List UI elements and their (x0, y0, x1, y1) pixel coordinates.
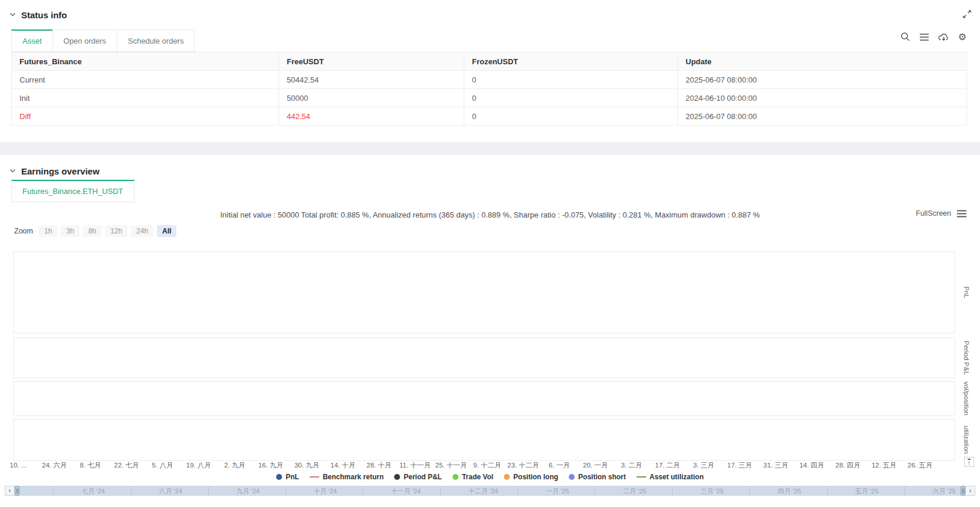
legend-marker (394, 474, 400, 480)
navigator-gridline (517, 486, 518, 496)
tab-schedule-orders[interactable]: Schedule orders (117, 29, 195, 52)
x-axis-label: 31. 三月 (763, 462, 788, 469)
col-futures-binance: Futures_Binance (12, 52, 279, 71)
current-update: 2025-06-07 08:00:00 (678, 71, 967, 89)
legend-label: Position long (513, 473, 558, 481)
navigator-month-label: 二月 '25 (623, 487, 646, 496)
legend-item-position-long[interactable]: Position long (504, 473, 558, 481)
x-axis-label: 14. 十月 (330, 462, 355, 469)
tab-futures-binance-eth-usdt[interactable]: Futures_Binance.ETH_USDT (11, 180, 135, 202)
zoom-3h-button[interactable]: 3h (61, 225, 79, 237)
list-menu-icon[interactable] (919, 33, 929, 41)
zoom-12h-button[interactable]: 12h (105, 225, 127, 237)
expand-icon[interactable] (962, 9, 972, 21)
init-update: 2024-06-10 00:00:00 (678, 89, 967, 107)
zoom-24h-button[interactable]: 24h (131, 225, 153, 237)
legend-item-asset-utilization[interactable]: Asset utilization (637, 473, 704, 481)
navigator-month-label: 四月 '25 (778, 487, 801, 496)
navigator-left-arrow[interactable]: ‹ (5, 486, 15, 496)
legend-label: Trade Vol (462, 473, 493, 481)
diff-update: 2025-06-07 08:00:00 (678, 107, 967, 126)
legend-label: Benchmark return (323, 473, 384, 481)
init-label: Init (12, 89, 279, 107)
navigator-gridline (208, 486, 209, 496)
status-section-title: Status info (21, 10, 67, 20)
x-axis-label: 30. 九月 (294, 462, 319, 469)
navigator-track[interactable]: 七月 '24八月 '24九月 '24十月 '24十一月 '24十二月 '24一月… (19, 486, 961, 496)
legend-label: Period P&L (404, 473, 442, 481)
period-pnl-panel-border (14, 338, 955, 378)
zoom-label: Zoom (14, 227, 33, 235)
x-axis-label: 23. 十二月 (507, 462, 539, 469)
status-tabs: Asset Open orders Schedule orders ⚙ (11, 29, 966, 52)
diff-free: 442.54 (279, 107, 464, 126)
zoom-all-button[interactable]: All (157, 225, 176, 237)
x-axis-label: 19. 八月 (186, 462, 211, 469)
navigator-gridline (363, 486, 363, 496)
current-free: 50442.54 (279, 71, 464, 89)
x-axis-label: 9. 十二月 (473, 462, 501, 469)
back-to-top-button[interactable]: ↑ (964, 457, 974, 467)
col-freeusdt: FreeUSDT (279, 52, 464, 71)
legend-item-period-p-l[interactable]: Period P&L (394, 473, 442, 481)
cloud-download-icon[interactable] (938, 32, 949, 42)
chart-context-menu-icon[interactable] (957, 210, 966, 218)
legend-item-benchmark-return[interactable]: Benchmark return (310, 473, 384, 481)
navigator-gridline (131, 486, 132, 496)
chart-legend: PnLBenchmark returnPeriod P&LTrade VolPo… (0, 471, 980, 483)
navigator-month-label: 五月 '25 (855, 487, 878, 496)
navigator-left-handle[interactable] (15, 486, 19, 496)
navigator-month-label: 三月 '25 (700, 487, 723, 496)
legend-item-pnl[interactable]: PnL (276, 473, 299, 481)
navigator-month-label: 十一月 '24 (391, 487, 421, 496)
collapse-chevron-icon[interactable] (9, 12, 16, 17)
current-frozen: 0 (464, 71, 678, 89)
table-row-init: Init 50000 0 2024-06-10 00:00:00 (12, 89, 967, 107)
navigator-month-label: 六月 '25 (932, 487, 955, 496)
panel-axis-title: vol/position (963, 381, 970, 416)
x-axis-label: 22. 七月 (114, 462, 139, 469)
tab-asset[interactable]: Asset (11, 29, 53, 52)
navigator-right-arrow[interactable]: › (965, 486, 975, 496)
navigator-gridline (595, 486, 595, 496)
legend-item-trade-vol[interactable]: Trade Vol (453, 473, 493, 481)
fullscreen-button[interactable]: FullScreen (916, 209, 951, 218)
navigator-gridline (827, 486, 828, 496)
utilization-panel-border (14, 419, 955, 460)
navigator-right-handle[interactable] (961, 486, 965, 496)
navigator-gridline (749, 486, 750, 496)
x-axis-label: 3. 二月 (621, 462, 642, 469)
navigator-gridline (286, 486, 286, 496)
navigator-month-label: 七月 '24 (81, 487, 104, 496)
x-axis-label: 24. 六月 (42, 462, 67, 469)
x-axis-label: 17. 三月 (727, 462, 752, 469)
chart-stats-summary: Initial net value : 50000 Total profit: … (0, 207, 980, 219)
tab-open-orders[interactable]: Open orders (53, 29, 117, 52)
navigator-month-label: 一月 '25 (546, 487, 569, 496)
zoom-1h-button[interactable]: 1h (39, 225, 57, 237)
legend-marker (310, 476, 319, 478)
chart-navigator: ‹ 七月 '24八月 '24九月 '24十月 '24十一月 '24十二月 '24… (5, 485, 975, 496)
zoom-8h-button[interactable]: 8h (83, 225, 101, 237)
pnl-panel-border (14, 252, 955, 333)
search-icon[interactable] (900, 32, 910, 42)
legend-marker (504, 474, 510, 480)
diff-frozen: 0 (464, 107, 678, 126)
x-axis-label: 17. 二月 (655, 462, 680, 469)
current-link[interactable]: Current (12, 71, 279, 89)
navigator-gridline (672, 486, 673, 496)
vol-position-panel-border (14, 381, 955, 416)
x-axis-label: 12. 五月 (871, 462, 896, 469)
asset-table-header-row: Futures_Binance FreeUSDT FrozenUSDT Upda… (12, 52, 967, 71)
x-axis-label: 3. 三月 (693, 462, 714, 469)
multi-panel-chart[interactable]: 6004002000−200−400−600−800−400−1.210. ..… (0, 239, 980, 470)
legend-item-position-short[interactable]: Position short (569, 473, 626, 481)
navigator-month-label: 八月 '24 (159, 487, 182, 496)
col-frozenusdt: FrozenUSDT (464, 52, 678, 71)
gear-icon[interactable]: ⚙ (958, 32, 966, 42)
collapse-chevron-icon[interactable] (9, 169, 16, 173)
navigator-gridline (53, 486, 54, 496)
x-axis-label: 6. 一月 (549, 462, 570, 469)
x-axis-label: 25. 十一月 (435, 462, 467, 469)
legend-label: Position short (578, 473, 626, 481)
